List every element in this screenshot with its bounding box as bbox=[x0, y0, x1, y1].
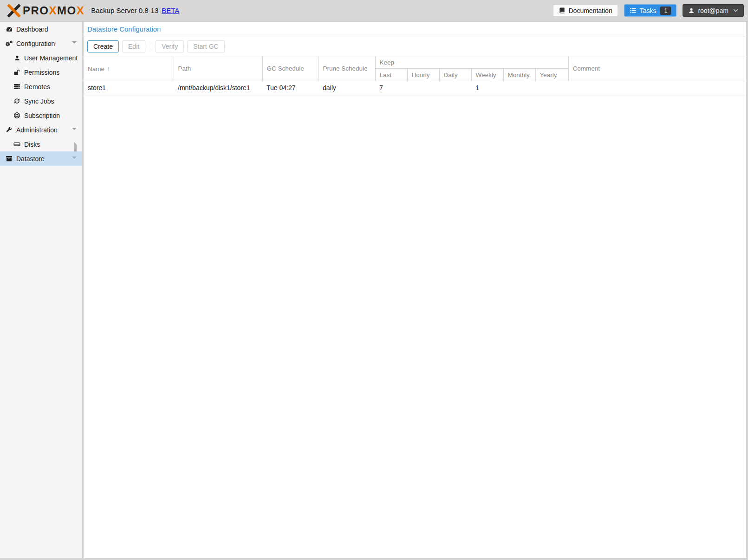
sidebar-item-disks[interactable]: Disks bbox=[0, 137, 82, 151]
book-icon bbox=[559, 7, 566, 14]
sidebar-item-sync-jobs[interactable]: Sync Jobs bbox=[0, 94, 82, 108]
sidebar-item-remotes[interactable]: Remotes bbox=[0, 79, 82, 94]
column-header-prune-schedule[interactable]: Prune Schedule bbox=[319, 56, 375, 81]
toolbar: Create Edit Verify Start GC bbox=[84, 37, 746, 56]
sidebar-item-label: User Management bbox=[24, 54, 78, 62]
cell-name: store1 bbox=[84, 81, 174, 94]
cell-path: /mnt/backup/disk1/store1 bbox=[174, 81, 262, 94]
gears-icon bbox=[5, 40, 13, 47]
sidebar-item-label: Remotes bbox=[24, 83, 50, 91]
table-row[interactable]: store1 /mnt/backup/disk1/store1 Tue 04:2… bbox=[84, 81, 746, 94]
sync-icon bbox=[13, 98, 21, 104]
page-title: Datastore Configuration bbox=[84, 22, 746, 37]
sidebar-item-label: Configuration bbox=[16, 40, 55, 47]
sidebar-item-administration[interactable]: Administration bbox=[0, 123, 82, 137]
sidebar-item-user-management[interactable]: User Management bbox=[0, 51, 82, 65]
sidebar-nav: Dashboard bbox=[0, 22, 83, 558]
proxmox-logo: PROXMOX bbox=[7, 4, 85, 18]
sidebar-item-configuration[interactable]: Configuration bbox=[0, 36, 82, 51]
chevron-down-icon bbox=[733, 9, 738, 12]
start-gc-button[interactable]: Start GC bbox=[187, 40, 224, 52]
top-header-bar: PROXMOX Backup Server 0.8-13 BETA Docume… bbox=[0, 0, 748, 21]
cell-keep-weekly: 1 bbox=[471, 81, 503, 94]
tasks-count-badge: 1 bbox=[660, 7, 671, 15]
product-version-label: Backup Server 0.8-13 bbox=[91, 7, 158, 14]
task-list-icon bbox=[630, 7, 637, 14]
column-header-gc-schedule[interactable]: GC Schedule bbox=[262, 56, 319, 81]
create-button[interactable]: Create bbox=[87, 40, 119, 52]
cell-keep-yearly bbox=[535, 81, 568, 94]
unlock-icon bbox=[13, 69, 21, 76]
sidebar-item-label: Administration bbox=[16, 126, 58, 134]
column-header-keep-yearly[interactable]: Yearly bbox=[535, 69, 568, 81]
user-menu-button[interactable]: root@pam bbox=[683, 4, 744, 17]
column-header-keep-hourly[interactable]: Hourly bbox=[407, 69, 439, 81]
dashboard-icon bbox=[5, 26, 13, 33]
column-header-path[interactable]: Path bbox=[174, 56, 262, 81]
verify-button[interactable]: Verify bbox=[156, 40, 184, 52]
column-header-comment[interactable]: Comment bbox=[568, 56, 746, 81]
column-header-keep-last[interactable]: Last bbox=[375, 69, 407, 81]
proxmox-wordmark: PROXMOX bbox=[23, 4, 85, 17]
column-group-keep: Keep bbox=[375, 56, 568, 69]
cell-keep-daily bbox=[439, 81, 471, 94]
expander-down-icon[interactable] bbox=[72, 159, 77, 166]
user-icon bbox=[688, 7, 695, 14]
tasks-button[interactable]: Tasks 1 bbox=[624, 4, 677, 17]
documentation-button[interactable]: Documentation bbox=[553, 4, 618, 17]
app-window: PROXMOX Backup Server 0.8-13 BETA Docume… bbox=[0, 0, 748, 560]
sidebar-item-label: Sync Jobs bbox=[24, 98, 54, 105]
cell-keep-last: 7 bbox=[375, 81, 407, 94]
cell-keep-hourly bbox=[407, 81, 439, 94]
tasks-label: Tasks bbox=[640, 7, 657, 14]
sidebar-item-label: Subscription bbox=[24, 112, 60, 119]
sort-ascending-icon: ↑ bbox=[107, 65, 110, 72]
expander-down-icon[interactable] bbox=[72, 130, 77, 137]
server-icon bbox=[13, 83, 21, 90]
documentation-label: Documentation bbox=[569, 7, 612, 14]
sidebar-item-label: Dashboard bbox=[16, 26, 48, 33]
beta-link[interactable]: BETA bbox=[162, 7, 179, 14]
column-header-keep-weekly[interactable]: Weekly bbox=[471, 69, 503, 81]
column-header-keep-daily[interactable]: Daily bbox=[439, 69, 471, 81]
toolbar-separator bbox=[152, 42, 152, 51]
main-panel: Datastore Configuration Create Edit Veri… bbox=[84, 22, 746, 558]
cell-keep-monthly bbox=[503, 81, 535, 94]
column-header-keep-monthly[interactable]: Monthly bbox=[503, 69, 535, 81]
proxmox-x-icon bbox=[7, 4, 21, 18]
sidebar-item-datastore[interactable]: Datastore bbox=[0, 151, 82, 166]
edit-button[interactable]: Edit bbox=[122, 40, 145, 52]
sidebar-item-label: Datastore bbox=[16, 155, 45, 163]
expander-right-icon[interactable] bbox=[74, 144, 77, 152]
cell-comment bbox=[568, 81, 746, 94]
archive-icon bbox=[5, 155, 13, 162]
wrench-icon bbox=[5, 126, 13, 133]
cell-gc-schedule: Tue 04:27 bbox=[262, 81, 319, 94]
sidebar-item-subscription[interactable]: Subscription bbox=[0, 108, 82, 123]
user-label: root@pam bbox=[698, 7, 728, 14]
sidebar-item-dashboard[interactable]: Dashboard bbox=[0, 22, 82, 36]
sidebar-item-label: Permissions bbox=[24, 69, 59, 76]
sidebar-item-label: Disks bbox=[24, 141, 40, 148]
hard-drive-icon bbox=[13, 141, 21, 148]
sidebar-item-permissions[interactable]: Permissions bbox=[0, 65, 82, 79]
datastore-table: Name↑ Path GC Schedule Prune Schedule Ke… bbox=[84, 56, 746, 94]
cell-prune-schedule: daily bbox=[319, 81, 375, 94]
user-icon bbox=[13, 55, 21, 61]
expander-down-icon[interactable] bbox=[72, 44, 77, 51]
life-ring-icon bbox=[13, 112, 21, 119]
column-header-name[interactable]: Name↑ bbox=[84, 56, 174, 81]
